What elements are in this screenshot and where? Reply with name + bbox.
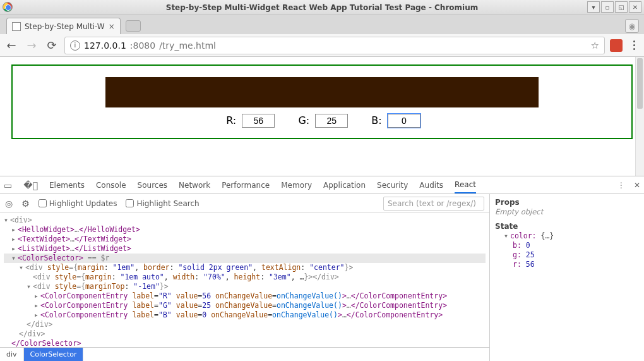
devtools-menu-icon[interactable]: ⋮ xyxy=(617,181,625,190)
react-breadcrumb: div ColorSelector xyxy=(0,347,489,361)
extension-icon[interactable] xyxy=(610,39,623,52)
devtools-panel: ▭ �⃞ Elements Console Sources Network Pe… xyxy=(0,176,644,361)
input-g[interactable] xyxy=(315,114,348,128)
label-g: G: xyxy=(298,114,309,126)
color-selector-widget: R: G: B: xyxy=(11,64,633,139)
site-info-icon[interactable]: i xyxy=(70,40,80,51)
browser-tab[interactable]: Step-by-Step Multi-W × xyxy=(6,18,121,34)
devtools-close-icon[interactable]: ✕ xyxy=(634,181,640,190)
device-toolbar-icon[interactable]: �⃞ xyxy=(23,180,38,190)
window-titlebar: Step-by-Step Multi-Widget React Web App … xyxy=(0,0,644,15)
props-header: Props xyxy=(495,198,639,207)
tab-performance[interactable]: Performance xyxy=(222,181,270,190)
devtools-tabbar: ▭ �⃞ Elements Console Sources Network Pe… xyxy=(0,176,644,194)
state-g-row[interactable]: g: 25 xyxy=(495,250,639,260)
page-viewport: R: G: B: xyxy=(0,57,644,176)
color-preview-bar xyxy=(105,77,539,107)
tab-network[interactable]: Network xyxy=(179,181,210,190)
input-r[interactable] xyxy=(242,114,275,128)
window-restore-button[interactable]: ◱ xyxy=(615,1,628,13)
browser-tabstrip: Step-by-Step Multi-W × ◉ xyxy=(0,15,644,34)
label-b: B: xyxy=(371,114,381,126)
tab-console[interactable]: Console xyxy=(96,181,126,190)
crumb-colorselector[interactable]: ColorSelector xyxy=(24,348,84,361)
bookmark-star-icon[interactable]: ☆ xyxy=(591,40,599,51)
browser-menu-button[interactable] xyxy=(628,40,640,50)
state-r-row[interactable]: r: 56 xyxy=(495,260,639,269)
settings-gear-icon[interactable]: ⚙ xyxy=(21,199,30,209)
react-component-tree[interactable]: ▾<div>▸<HelloWidget>…</HelloWidget>▸<Tex… xyxy=(0,213,489,347)
vertical-scrollbar[interactable] xyxy=(635,57,644,176)
browser-toolbar: ← → ⟳ i 127.0.0.1:8080/try_me.html ☆ xyxy=(0,34,644,57)
tab-react[interactable]: React xyxy=(455,180,476,193)
react-devtools-toolbar: ◎ ⚙ Highlight Updates Highlight Search S… xyxy=(0,194,489,213)
input-b[interactable] xyxy=(388,114,420,128)
highlight-search-checkbox[interactable]: Highlight Search xyxy=(126,199,199,208)
rgb-controls: R: G: B: xyxy=(13,114,631,128)
tab-close-icon[interactable]: × xyxy=(109,22,115,31)
tab-memory[interactable]: Memory xyxy=(281,181,312,190)
window-minimize-button[interactable]: ▾ xyxy=(587,1,600,13)
inspect-element-icon[interactable]: ▭ xyxy=(4,180,12,190)
label-r: R: xyxy=(226,114,236,126)
crumb-div[interactable]: div xyxy=(0,348,24,361)
forward-button[interactable]: → xyxy=(24,38,39,53)
tree-selected-node[interactable]: ▾<ColorSelector> == $r xyxy=(4,254,486,263)
tab-elements[interactable]: Elements xyxy=(49,181,85,190)
url-port: :8080 xyxy=(130,40,155,51)
react-search-input[interactable]: Search (text or /regex/) xyxy=(383,197,484,211)
new-tab-button[interactable] xyxy=(126,20,141,32)
url-path: /try_me.html xyxy=(159,40,216,51)
tab-title: Step-by-Step Multi-W xyxy=(25,22,105,31)
tab-audits[interactable]: Audits xyxy=(419,181,443,190)
target-icon[interactable]: ◎ xyxy=(5,199,13,209)
reload-button[interactable]: ⟳ xyxy=(44,38,59,53)
window-close-button[interactable]: ✕ xyxy=(629,1,641,13)
window-maximize-button[interactable]: ▫ xyxy=(601,1,614,13)
address-bar[interactable]: i 127.0.0.1:8080/try_me.html ☆ xyxy=(64,37,605,54)
window-title: Step-by-Step Multi-Widget React Web App … xyxy=(166,3,479,12)
profile-avatar-button[interactable]: ◉ xyxy=(625,19,639,33)
state-header: State xyxy=(495,222,639,231)
chromium-logo-icon xyxy=(3,2,13,12)
tab-sources[interactable]: Sources xyxy=(138,181,167,190)
scrollbar-thumb[interactable] xyxy=(637,58,643,109)
tab-application[interactable]: Application xyxy=(323,181,366,190)
url-host: 127.0.0.1 xyxy=(84,40,126,51)
state-b-row[interactable]: b: 0 xyxy=(495,241,639,250)
state-color-row[interactable]: ▾color: {…} xyxy=(495,231,639,241)
back-button[interactable]: ← xyxy=(4,38,19,53)
page-favicon-icon xyxy=(12,22,21,31)
react-side-panel: Props Empty object State ▾color: {…} b: … xyxy=(489,194,644,361)
tab-security[interactable]: Security xyxy=(377,181,408,190)
highlight-updates-checkbox[interactable]: Highlight Updates xyxy=(39,199,117,208)
props-empty: Empty object xyxy=(495,207,639,217)
